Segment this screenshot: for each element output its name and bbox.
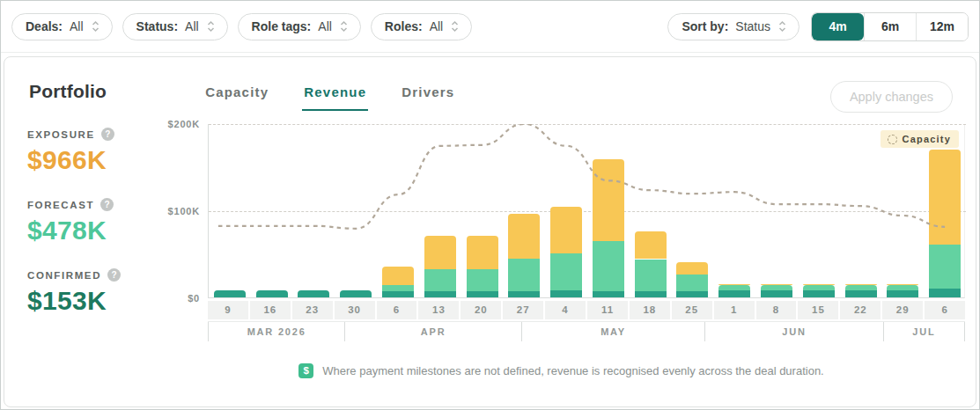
bar-segment-forecast[interactable] xyxy=(761,285,792,290)
bar-segment-forecast[interactable] xyxy=(467,269,498,291)
x-axis-day-label: 29 xyxy=(882,301,923,319)
bar-segment-exposure[interactable] xyxy=(508,214,540,259)
bar-segment-confirmed[interactable] xyxy=(593,291,624,297)
sort-label: Sort by: xyxy=(682,19,728,33)
bar-segment-confirmed[interactable] xyxy=(845,290,877,297)
bar-segment-confirmed[interactable] xyxy=(256,290,288,297)
chevron-updown-icon xyxy=(206,20,216,33)
top-bar-right: Sort by: Status 4m 6m 12m xyxy=(667,12,969,41)
help-icon[interactable]: ? xyxy=(107,268,121,282)
bar-segment-forecast[interactable] xyxy=(635,260,667,292)
bar-segment-exposure[interactable] xyxy=(550,207,582,253)
bar-segment-confirmed[interactable] xyxy=(929,289,961,297)
help-icon[interactable]: ? xyxy=(101,128,114,141)
chevron-updown-icon xyxy=(777,20,787,33)
y-tick-200k: $200K xyxy=(168,119,200,129)
bar-segment-confirmed[interactable] xyxy=(508,291,540,297)
app-window: Deals: All Status: All Role tags: All Ro… xyxy=(0,0,980,410)
tab-drivers[interactable]: Drivers xyxy=(402,84,454,111)
bar-segment-forecast[interactable] xyxy=(845,285,877,290)
bar-segment-exposure[interactable] xyxy=(845,284,877,285)
y-axis: $200K $100K $0 xyxy=(158,124,208,298)
bar-segment-confirmed[interactable] xyxy=(424,291,456,297)
stat-label-confirmed: CONFIRMED xyxy=(27,270,101,281)
bar-segment-confirmed[interactable] xyxy=(382,291,414,297)
x-axis-days: 916233061320274111825181522296 xyxy=(208,301,965,319)
bar-segment-confirmed[interactable] xyxy=(340,290,372,297)
bar-segment-forecast[interactable] xyxy=(676,275,708,291)
capacity-legend[interactable]: Capacity xyxy=(881,130,959,148)
bar-segment-exposure[interactable] xyxy=(929,150,961,245)
stat-value-confirmed: $153K xyxy=(27,286,158,316)
portfolio-card: Portfolio Capacity Revenue Drivers Apply… xyxy=(4,56,976,407)
range-4m-button[interactable]: 4m xyxy=(812,13,864,40)
bar-segment-exposure[interactable] xyxy=(424,236,456,270)
bar-segment-confirmed[interactable] xyxy=(887,290,918,297)
bar-segment-confirmed[interactable] xyxy=(467,291,498,297)
bar-segment-exposure[interactable] xyxy=(635,231,667,260)
footer-note-text: Where payment milestones are not defined… xyxy=(322,364,823,377)
bar-segment-confirmed[interactable] xyxy=(635,291,667,297)
x-axis-day-label: 4 xyxy=(545,301,586,319)
range-12m-button[interactable]: 12m xyxy=(916,13,968,40)
tab-revenue[interactable]: Revenue xyxy=(304,84,366,111)
x-axis-day-label: 8 xyxy=(756,301,797,319)
bar-segment-forecast[interactable] xyxy=(929,245,961,289)
tab-bar: Capacity Revenue Drivers xyxy=(205,81,454,111)
x-axis-day-label: 22 xyxy=(840,301,881,319)
bar-segment-exposure[interactable] xyxy=(676,262,708,275)
bar-segment-confirmed[interactable] xyxy=(214,290,246,297)
tab-capacity[interactable]: Capacity xyxy=(205,84,269,111)
bar-segment-forecast[interactable] xyxy=(508,259,540,292)
bar-segment-exposure[interactable] xyxy=(467,236,498,270)
bar-segment-confirmed[interactable] xyxy=(803,290,835,297)
help-icon[interactable]: ? xyxy=(100,198,114,211)
filter-status[interactable]: Status: All xyxy=(122,13,228,40)
stat-forecast: FORECAST ? $478K xyxy=(27,198,158,245)
bar-segment-forecast[interactable] xyxy=(550,253,582,291)
bar-segment-exposure[interactable] xyxy=(803,284,835,285)
bar-segment-confirmed[interactable] xyxy=(298,290,329,297)
bar-segment-forecast[interactable] xyxy=(382,285,414,291)
bar-segment-forecast[interactable] xyxy=(803,285,835,290)
filter-label: Deals: xyxy=(26,19,63,33)
x-axis-day-label: 23 xyxy=(292,301,333,319)
filter-deals[interactable]: Deals: All xyxy=(11,13,113,40)
bar-segment-confirmed[interactable] xyxy=(718,290,750,297)
range-6m-button[interactable]: 6m xyxy=(864,13,916,40)
y-tick-100k: $100K xyxy=(168,206,200,216)
filter-value: All xyxy=(430,19,444,33)
x-axis-day-label: 15 xyxy=(798,301,838,319)
bar-segment-confirmed[interactable] xyxy=(761,290,792,297)
bar-segment-confirmed[interactable] xyxy=(550,290,582,297)
bar-segment-exposure[interactable] xyxy=(887,284,918,285)
x-axis-day-label: 6 xyxy=(925,301,965,319)
bar-segment-exposure[interactable] xyxy=(761,284,792,285)
x-axis-month-label: MAR 2026 xyxy=(208,322,344,341)
chevron-updown-icon xyxy=(450,20,460,33)
bar-segment-exposure[interactable] xyxy=(382,267,414,285)
revenue-chart: $200K $100K $0 Capacity xyxy=(158,124,976,378)
bar-segment-exposure[interactable] xyxy=(593,159,624,241)
bar-segment-forecast[interactable] xyxy=(424,269,456,291)
bar-segment-forecast[interactable] xyxy=(593,241,624,291)
filter-roles[interactable]: Roles: All xyxy=(371,13,472,40)
range-toggle: 4m 6m 12m xyxy=(811,12,969,41)
x-axis-month-label: JUN xyxy=(704,322,883,341)
chevron-updown-icon xyxy=(339,20,349,33)
bar-segment-exposure[interactable] xyxy=(718,284,750,285)
sort-by-select[interactable]: Sort by: Status xyxy=(667,13,799,40)
bar-segment-confirmed[interactable] xyxy=(676,291,708,297)
stat-label-exposure: EXPOSURE xyxy=(27,129,95,140)
chevron-updown-icon xyxy=(91,20,100,33)
apply-changes-button[interactable]: Apply changes xyxy=(830,81,953,113)
card-header: Portfolio Capacity Revenue Drivers Apply… xyxy=(4,57,976,113)
gridline-200k xyxy=(209,124,966,125)
x-axis-day-label: 13 xyxy=(418,301,459,319)
bar-segment-forecast[interactable] xyxy=(887,285,918,290)
x-axis-month-label: APR xyxy=(344,322,521,341)
filter-role-tags[interactable]: Role tags: All xyxy=(238,13,361,40)
sort-value: Status xyxy=(735,19,770,33)
x-axis-day-label: 1 xyxy=(714,301,755,319)
bar-segment-forecast[interactable] xyxy=(718,285,750,290)
